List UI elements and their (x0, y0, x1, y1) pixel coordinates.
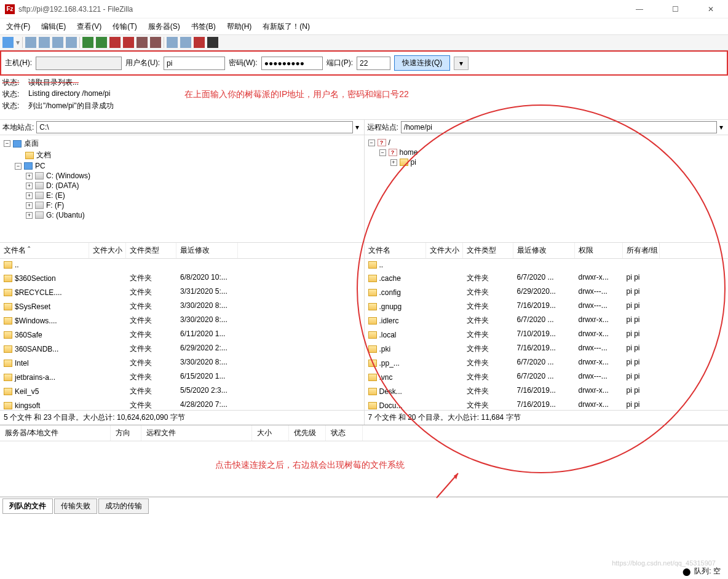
expand-icon[interactable]: − (15, 163, 22, 170)
file-row[interactable]: $360Section文件夹6/8/2020 10:... (0, 271, 364, 285)
menu-item[interactable]: 查看(V) (74, 20, 104, 33)
local-site-dropdown-icon[interactable]: ▾ (353, 123, 362, 132)
file-row[interactable]: .. (0, 259, 364, 271)
tb-icon-2[interactable] (39, 37, 50, 48)
file-row[interactable]: jetbrains-a...文件夹6/15/2020 1... (0, 370, 364, 384)
queue-column[interactable]: 大小 (252, 425, 289, 441)
menu-item[interactable]: 服务器(S) (146, 20, 183, 33)
expand-icon[interactable]: + (390, 159, 397, 166)
menu-item[interactable]: 书签(B) (189, 20, 218, 33)
menu-item[interactable]: 有新版了！(N) (260, 20, 312, 33)
queue-column[interactable]: 优先级 (289, 425, 326, 441)
file-row[interactable]: .cache文件夹6/7/2020 ...drwxr-x...pi pi (365, 271, 729, 285)
expand-icon[interactable]: − (368, 140, 375, 146)
search-icon[interactable] (207, 37, 218, 48)
expand-icon[interactable]: − (4, 140, 10, 147)
port-input[interactable] (357, 57, 390, 70)
expand-icon[interactable]: + (26, 202, 33, 209)
file-row[interactable]: .config文件夹6/29/2020...drwx---...pi pi (365, 285, 729, 299)
file-row[interactable]: Intel文件夹3/30/2020 8:... (0, 356, 364, 370)
expand-icon[interactable]: + (26, 192, 33, 199)
column-header[interactable]: 文件名 ˆ (0, 243, 89, 258)
file-row[interactable]: Desk...文件夹7/16/2019...drwxr-x...pi pi (365, 384, 729, 398)
queue-tab[interactable]: 传输失败 (54, 498, 97, 514)
file-row[interactable]: .pp_...文件夹6/7/2020 ...drwxr-x...pi pi (365, 356, 729, 370)
maximize-button[interactable]: ☐ (663, 5, 687, 14)
file-row[interactable]: $RECYCLE....文件夹3/31/2020 5:... (0, 285, 364, 299)
tb-icon-9[interactable] (150, 37, 161, 48)
host-input[interactable] (36, 57, 122, 70)
file-row[interactable]: .pki文件夹7/16/2019...drwx---...pi pi (365, 342, 729, 356)
local-filelist-body[interactable]: ..$360Section文件夹6/8/2020 10:...$RECYCLE.… (0, 259, 364, 410)
expand-icon[interactable]: + (26, 173, 33, 179)
tree-node[interactable]: +pi (390, 157, 725, 167)
pass-input[interactable] (261, 57, 323, 70)
file-row[interactable]: .. (365, 259, 729, 271)
remote-filelist-body[interactable]: ...cache文件夹6/7/2020 ...drwxr-x...pi pi.c… (365, 259, 729, 410)
expand-icon[interactable]: − (379, 149, 386, 156)
column-header[interactable]: 文件大小 (426, 243, 463, 258)
tb-icon-4[interactable] (66, 37, 77, 48)
file-row[interactable]: kingsoft文件夹4/28/2020 7:... (0, 398, 364, 410)
queue-tab[interactable]: 列队的文件 (2, 498, 53, 514)
local-tree[interactable]: −桌面文档−PC+C: (Windows)+D: (DATA)+E: (E)+F… (0, 135, 364, 242)
site-manager-icon[interactable] (2, 37, 14, 48)
reconnect-icon[interactable] (136, 37, 148, 48)
remote-tree[interactable]: −?/−?home+pi (365, 135, 729, 242)
queue-body[interactable]: 点击快速连接之后，右边就会出现树莓的文件系统 (0, 441, 728, 497)
quickconnect-dropdown[interactable]: ▾ (454, 57, 469, 70)
quickconnect-button[interactable]: 快速连接(Q) (394, 55, 450, 71)
tree-node[interactable]: +F: (F) (26, 200, 360, 210)
tb-icon-1[interactable] (25, 37, 36, 48)
local-site-input[interactable] (36, 121, 352, 133)
column-header[interactable]: 文件类型 (463, 243, 513, 258)
user-input[interactable] (164, 57, 225, 70)
menu-item[interactable]: 帮助(H) (224, 20, 255, 33)
tree-node[interactable]: +C: (Windows) (26, 171, 360, 181)
menu-item[interactable]: 编辑(E) (39, 20, 68, 33)
file-row[interactable]: $SysReset文件夹3/30/2020 8:... (0, 299, 364, 313)
menu-item[interactable]: 传输(T) (110, 20, 139, 33)
tree-node[interactable]: −?/ (368, 138, 725, 148)
cancel-icon[interactable] (109, 37, 121, 48)
file-row[interactable]: Keil_v5文件夹5/5/2020 2:3... (0, 384, 364, 398)
close-button[interactable]: ✕ (698, 5, 723, 14)
queue-column[interactable]: 状态 (326, 425, 363, 441)
expand-icon[interactable]: + (26, 183, 33, 189)
file-row[interactable]: Docu...文件夹7/16/2019...drwxr-x...pi pi (365, 398, 729, 410)
tree-node[interactable]: −PC (15, 161, 360, 171)
column-header[interactable]: 文件大小 (89, 243, 126, 258)
tree-node[interactable]: −桌面 (4, 138, 360, 149)
disconnect-icon[interactable] (123, 37, 134, 48)
tree-node[interactable]: −?home (379, 148, 725, 157)
queue-tab[interactable]: 成功的传输 (98, 498, 149, 514)
column-header[interactable]: 文件名 (365, 243, 426, 258)
column-header[interactable]: 文件类型 (126, 243, 176, 258)
tree-node[interactable]: +E: (E) (26, 191, 360, 200)
column-header[interactable]: 最近修改 (513, 243, 575, 258)
tree-node[interactable]: +D: (DATA) (26, 181, 360, 191)
filter-icon[interactable] (167, 37, 178, 48)
column-header[interactable]: 权限 (575, 243, 623, 258)
file-row[interactable]: 360SANDB...文件夹6/29/2020 2:... (0, 342, 364, 356)
sync-icon[interactable] (194, 37, 205, 48)
refresh-icon[interactable] (82, 37, 93, 48)
queue-column[interactable]: 服务器/本地文件 (0, 425, 111, 441)
expand-icon[interactable]: + (26, 212, 33, 219)
menu-item[interactable]: 文件(F) (4, 20, 33, 33)
queue-column[interactable]: 方向 (111, 425, 141, 441)
file-row[interactable]: .idlerc文件夹6/7/2020 ...drwxr-x...pi pi (365, 313, 729, 328)
column-header[interactable]: 最近修改 (176, 243, 238, 258)
file-row[interactable]: .gnupg文件夹7/16/2019...drwx---...pi pi (365, 299, 729, 313)
minimize-button[interactable]: — (627, 5, 652, 14)
tree-node[interactable]: +G: (Ubantu) (26, 210, 360, 220)
file-row[interactable]: .vnc文件夹6/7/2020 ...drwx---...pi pi (365, 370, 729, 384)
file-row[interactable]: .local文件夹7/10/2019...drwxr-x...pi pi (365, 328, 729, 342)
tb-icon-3[interactable] (52, 37, 63, 48)
compare-icon[interactable] (180, 37, 191, 48)
remote-site-input[interactable] (401, 121, 717, 133)
queue-column[interactable]: 远程文件 (141, 425, 252, 441)
file-row[interactable]: $Windows....文件夹3/30/2020 8:... (0, 313, 364, 328)
tree-node[interactable]: 文档 (15, 149, 360, 161)
process-queue-icon[interactable] (96, 37, 107, 48)
